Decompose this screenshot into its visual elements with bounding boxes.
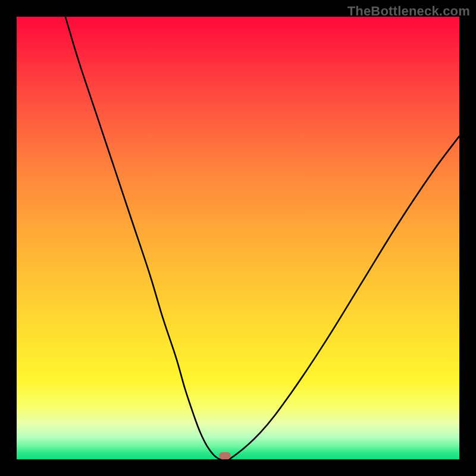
optimal-marker xyxy=(219,452,231,459)
chart-frame: TheBottleneck.com xyxy=(0,0,476,476)
watermark-text: TheBottleneck.com xyxy=(347,4,470,19)
chart-plot-area xyxy=(17,17,459,459)
bottleneck-curve xyxy=(17,17,459,459)
